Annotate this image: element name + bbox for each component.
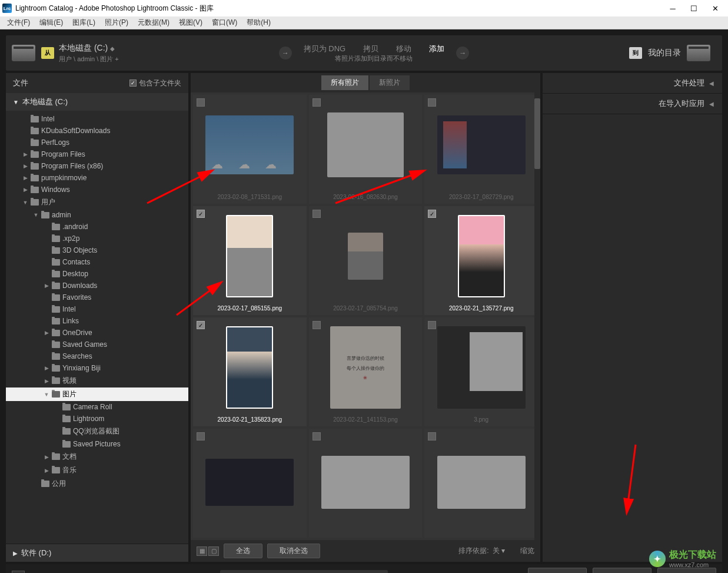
folder-item[interactable]: PerfLogs	[6, 137, 188, 148]
folder-item[interactable]: ▶Program Files	[6, 148, 188, 160]
mode-copy[interactable]: 拷贝	[363, 44, 378, 54]
menu-item[interactable]: 文件(F)	[2, 16, 35, 29]
import-button[interactable]: 导入	[593, 568, 651, 573]
expand-icon[interactable]: ▶	[22, 187, 28, 193]
menu-item[interactable]: 照片(P)	[100, 16, 133, 29]
thumb-checkbox[interactable]	[197, 98, 205, 107]
mode-add[interactable]: 添加	[429, 44, 444, 54]
thumbnail-cell[interactable]	[424, 429, 538, 538]
tab-new-photos[interactable]: 新照片	[370, 75, 410, 90]
thumbnail-cell[interactable]	[193, 429, 307, 538]
folder-item[interactable]: Desktop	[6, 268, 188, 280]
next-arrow-button[interactable]: →	[456, 47, 469, 59]
prev-arrow-button[interactable]: →	[279, 47, 292, 59]
import-preset[interactable]: 导入预设: 无 ▾	[220, 570, 388, 574]
folder-item[interactable]: ▶视频	[6, 374, 188, 387]
folder-item[interactable]: QQ浏览器截图	[6, 425, 188, 438]
folder-item[interactable]: .xp2p	[6, 233, 188, 244]
folder-item[interactable]: Intel	[6, 303, 188, 315]
folder-item[interactable]: .android	[6, 221, 188, 233]
folder-item[interactable]: ▶Program Files (x86)	[6, 160, 188, 172]
folder-item[interactable]: ▶OneDrive	[6, 327, 188, 339]
include-subfolder-toggle[interactable]: ✓ 包含子文件夹	[129, 78, 181, 88]
menu-item[interactable]: 视图(V)	[174, 16, 207, 29]
thumbnail-cell[interactable]	[309, 429, 423, 538]
expand-icon[interactable]: ▶	[22, 163, 28, 169]
thumbnail-cell[interactable]: 2023-02-17_082729.png	[424, 95, 538, 204]
folder-item[interactable]: ▼用户	[6, 196, 188, 209]
expand-icon[interactable]: ▶	[44, 283, 49, 289]
thumb-checkbox[interactable]	[313, 98, 321, 107]
thumbnail-cell[interactable]: ✓2023-02-17_085155.png	[193, 206, 307, 315]
select-all-button[interactable]: 全选	[224, 544, 262, 558]
file-handling-section[interactable]: 文件处理◀	[543, 73, 722, 94]
folder-item[interactable]: ▶文档	[6, 450, 188, 463]
folder-item[interactable]: ▶Yinxiang Biji	[6, 362, 188, 374]
thumb-checkbox[interactable]	[428, 98, 436, 107]
expand-icon[interactable]: ▶	[22, 175, 28, 181]
folder-item[interactable]: Searches	[6, 350, 188, 362]
folder-item[interactable]: Favorites	[6, 292, 188, 303]
folder-item[interactable]: ▼admin	[6, 209, 188, 221]
folder-item[interactable]: ▶Downloads	[6, 280, 188, 292]
expand-icon[interactable]: ▶	[44, 454, 49, 460]
folder-item[interactable]: Saved Games	[6, 339, 188, 350]
folder-item[interactable]: ▶pumpkinmovie	[6, 172, 188, 184]
expand-icon[interactable]: ▶	[44, 468, 49, 473]
deselect-all-button[interactable]: 取消全选	[267, 544, 320, 558]
expand-icon[interactable]: ▶	[44, 365, 49, 371]
thumbnail-cell[interactable]: ✓2023-02-21_135823.png	[193, 317, 307, 426]
tab-all-photos[interactable]: 所有照片	[321, 75, 368, 90]
drive-section-header[interactable]: ▼ 本地磁盘 (C:)	[6, 93, 188, 111]
thumbnail-cell[interactable]: 2023-02-16_082630.png	[309, 95, 423, 204]
scrollbar[interactable]	[534, 92, 540, 540]
collapse-toggle[interactable]: ◢	[12, 571, 25, 573]
cancel-button[interactable]: 取消	[657, 568, 716, 573]
folder-item[interactable]: ▶Windows	[6, 184, 188, 196]
thumb-checkbox[interactable]	[313, 321, 321, 329]
apply-on-import-section[interactable]: 在导入时应用◀	[543, 94, 722, 114]
folder-item[interactable]: KDubaSoftDownloads	[6, 125, 188, 137]
menu-item[interactable]: 图库(L)	[68, 16, 100, 29]
mode-dng[interactable]: 拷贝为 DNG	[304, 44, 346, 54]
expand-icon[interactable]: ▶	[22, 151, 28, 157]
expand-icon[interactable]: ▼	[44, 392, 49, 398]
thumbnail-cell[interactable]: 2023-02-08_171531.png	[193, 95, 307, 204]
folder-item[interactable]: 3D Objects	[6, 244, 188, 256]
expand-icon[interactable]: ▶	[44, 378, 49, 384]
maximize-button[interactable]: ☐	[683, 0, 704, 16]
done-button[interactable]: 完成	[528, 568, 587, 573]
thumbnail-cell[interactable]: 喜梦做你选的时候每个人操作做你的❀2023-02-21_141153.png	[309, 317, 423, 426]
thumbnail-cell[interactable]: 2023-02-17_085754.png	[309, 206, 423, 315]
thumb-checkbox[interactable]	[428, 432, 436, 440]
thumb-checkbox[interactable]: ✓	[428, 210, 436, 218]
thumb-checkbox[interactable]: ✓	[197, 210, 205, 218]
thumb-checkbox[interactable]	[197, 432, 205, 440]
thumb-checkbox[interactable]	[313, 210, 321, 218]
close-button[interactable]: ✕	[704, 0, 726, 16]
expand-icon[interactable]: ▶	[44, 330, 49, 336]
thumb-checkbox[interactable]	[313, 432, 321, 440]
menu-item[interactable]: 帮助(H)	[242, 16, 275, 29]
menu-item[interactable]: 元数据(M)	[133, 16, 174, 29]
thumb-checkbox[interactable]: ✓	[197, 321, 205, 329]
folder-item[interactable]: Lightroom	[6, 413, 188, 425]
folder-item[interactable]: Contacts	[6, 256, 188, 268]
menu-item[interactable]: 编辑(E)	[35, 16, 68, 29]
folder-item[interactable]: Links	[6, 315, 188, 327]
thumbnail-cell[interactable]: 3.png	[424, 317, 538, 426]
expand-icon[interactable]: ▼	[33, 212, 39, 218]
folder-item[interactable]: 公用	[6, 477, 188, 491]
mode-move[interactable]: 移动	[396, 44, 411, 54]
menu-item[interactable]: 窗口(W)	[207, 16, 242, 29]
expand-icon[interactable]: ▼	[22, 200, 28, 206]
source-drive[interactable]: 本地磁盘 (C:) ◆	[59, 43, 119, 54]
loupe-view-button[interactable]: ▢	[208, 546, 219, 556]
destination[interactable]: 我的目录	[648, 48, 681, 58]
folder-item[interactable]: Camera Roll	[6, 401, 188, 413]
folder-item[interactable]: ▶音乐	[6, 463, 188, 477]
drive-d-section[interactable]: ▶ 软件 (D:)	[6, 544, 188, 562]
folder-item[interactable]: Intel	[6, 113, 188, 125]
thumbnail-cell[interactable]: ✓2023-02-21_135727.png	[424, 206, 538, 315]
folder-item[interactable]: Saved Pictures	[6, 438, 188, 450]
